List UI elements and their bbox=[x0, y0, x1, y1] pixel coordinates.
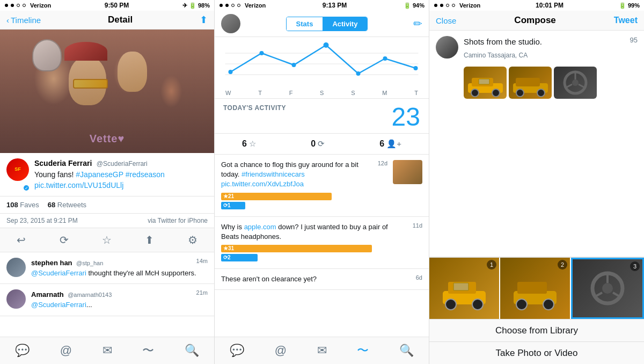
metric-faves: 6 ☆ bbox=[242, 139, 256, 149]
signal-dot bbox=[452, 4, 455, 7]
day-m: M bbox=[382, 90, 387, 96]
tab-activity[interactable]: Activity bbox=[323, 17, 367, 31]
reply-avatar bbox=[6, 289, 26, 309]
bottom-nav-1: 💬 @ ✉ 〜 🔍 bbox=[0, 337, 214, 364]
take-photo-label: Take Photo or Video bbox=[496, 348, 578, 359]
compose-area: Shots from the studio. Camino Tassajara,… bbox=[429, 31, 644, 257]
compose-title: Compose bbox=[514, 15, 555, 26]
back-button[interactable]: ‹ Timeline bbox=[6, 16, 41, 25]
feed-link[interactable]: pic.twitter.com/XdvLzbfJoa bbox=[221, 180, 304, 188]
reply-item: Amarnath @amarnath0143 21m @ScuderiaFerr… bbox=[0, 284, 214, 316]
status-battery-2: 🔋 94% bbox=[404, 2, 425, 9]
nav-search-icon[interactable]: 🔍 bbox=[185, 344, 199, 358]
gallery-item-1[interactable]: 1 bbox=[429, 258, 499, 319]
mention[interactable]: @ScuderiaFerrari bbox=[31, 301, 86, 309]
status-bar-1: Verizon 9:50 PM ✈ 🔋 98% bbox=[0, 0, 214, 11]
nav-activity-icon[interactable]: 〜 bbox=[357, 343, 369, 359]
svg-point-8 bbox=[383, 56, 387, 61]
share-icon[interactable]: ⬆ bbox=[200, 14, 208, 26]
status-battery-1: ✈ 🔋 98% bbox=[182, 2, 210, 9]
gallery-item-2[interactable]: 2 bbox=[500, 258, 570, 319]
reply-button[interactable]: ↩ bbox=[17, 234, 26, 246]
compose-location: Camino Tassajara, CA bbox=[464, 52, 542, 59]
day-w: W bbox=[225, 90, 231, 96]
stats-activity-tabs: Stats Activity bbox=[286, 17, 368, 31]
svg-point-5 bbox=[292, 63, 296, 67]
status-battery-3: 🔋 99% bbox=[619, 2, 640, 9]
reply-handle: @amarnath0143 bbox=[68, 292, 112, 298]
svg-rect-16 bbox=[516, 78, 540, 86]
reply-username: Amarnath bbox=[31, 290, 64, 299]
reply-time: 21m bbox=[196, 289, 208, 296]
take-photo-button[interactable]: Take Photo or Video bbox=[429, 341, 644, 364]
status-bar-2: Verizon 9:13 PM 🔋 94% bbox=[215, 0, 429, 11]
status-time-3: 10:01 PM bbox=[536, 2, 564, 9]
tab-stats[interactable]: Stats bbox=[287, 17, 323, 31]
tweet-container: SF ✓ Scuderia Ferrari @ScuderiaFerrari Y… bbox=[0, 153, 214, 196]
compose-icon[interactable]: ✏ bbox=[413, 17, 422, 30]
retweets-count: 68 Retweets bbox=[48, 201, 86, 209]
back-label[interactable]: Timeline bbox=[11, 16, 41, 25]
gallery-item-3[interactable]: 3 bbox=[571, 258, 644, 319]
nav-messages-icon[interactable]: ✉ bbox=[317, 344, 327, 358]
nav-mentions-icon[interactable]: @ bbox=[60, 344, 72, 358]
svg-rect-28 bbox=[453, 283, 469, 290]
bar-row: ★21 ⟳1 bbox=[221, 193, 422, 209]
compose-tweet-text[interactable]: Shots from the studio. bbox=[464, 36, 542, 47]
photo-gallery: 1 2 bbox=[429, 257, 644, 319]
svg-point-31 bbox=[516, 299, 527, 310]
close-button[interactable]: Close bbox=[436, 16, 456, 25]
carrier-name-2: Verizon bbox=[245, 2, 266, 9]
svg-point-20 bbox=[572, 79, 579, 86]
activity-feed: Got a chance to flog this guy around for… bbox=[215, 155, 429, 337]
apple-link[interactable]: apple.com bbox=[244, 223, 276, 231]
media-thumb-3[interactable] bbox=[554, 67, 597, 99]
tweet-button[interactable]: Tweet bbox=[614, 16, 638, 25]
verified-badge: ✓ bbox=[23, 184, 30, 192]
nav-home-icon[interactable]: 💬 bbox=[15, 344, 30, 358]
svg-rect-14 bbox=[479, 79, 489, 84]
signal-dot bbox=[11, 4, 14, 7]
follows-val: 6 bbox=[379, 139, 384, 149]
bottom-nav-2: 💬 @ ✉ 〜 🔍 bbox=[215, 337, 429, 364]
nav-activity-icon[interactable]: 〜 bbox=[142, 343, 154, 359]
svg-point-6 bbox=[324, 42, 329, 48]
nav-home-icon[interactable]: 💬 bbox=[230, 344, 244, 358]
activity-metrics: 6 ☆ 0 ⟳ 6 👤+ bbox=[215, 134, 429, 155]
choose-library-button[interactable]: Choose from Library bbox=[429, 319, 644, 341]
tweet-link[interactable]: pic.twitter.com/LVU15dULlj bbox=[34, 181, 123, 190]
retweet-button[interactable]: ⟳ bbox=[60, 234, 69, 246]
status-carrier-2: Verizon bbox=[219, 2, 266, 9]
mention[interactable]: @ScuderiaFerrari bbox=[31, 269, 86, 277]
like-button[interactable]: ☆ bbox=[102, 234, 112, 246]
media-thumb-1[interactable] bbox=[464, 67, 507, 99]
hashtag[interactable]: #friendswithnicecars bbox=[241, 170, 305, 178]
feed-thumbnail bbox=[393, 160, 422, 184]
more-button[interactable]: ⚙ bbox=[188, 234, 197, 246]
tweet-body: Scuderia Ferrari @ScuderiaFerrari Young … bbox=[34, 158, 208, 191]
user-avatar[interactable] bbox=[221, 14, 240, 33]
battery-pct-1: 98% bbox=[198, 2, 210, 9]
share-action-button[interactable]: ⬆ bbox=[145, 234, 154, 246]
feed-item: Why is apple.com down? I just wanted to … bbox=[215, 217, 429, 269]
hashtag-japanese-gp[interactable]: #JapaneseGP bbox=[76, 170, 123, 179]
media-thumb-2[interactable] bbox=[509, 67, 552, 99]
status-carrier-1: Verizon bbox=[4, 2, 51, 9]
svg-point-4 bbox=[260, 51, 264, 55]
tweet-via: via Twitter for iPhone bbox=[148, 217, 208, 224]
avatar: SF bbox=[6, 158, 29, 181]
tweet-username: Scuderia Ferrari bbox=[34, 159, 92, 168]
hashtag-redseason[interactable]: #redseason bbox=[126, 170, 165, 179]
tweet-stats: 108 Faves 68 Retweets bbox=[0, 196, 214, 214]
reply-item: stephen han @stp_han 14m @ScuderiaFerrar… bbox=[0, 252, 214, 284]
svg-point-17 bbox=[516, 89, 524, 97]
bar-row: ★31 ⟳2 bbox=[221, 245, 422, 261]
today-count: 23 bbox=[392, 104, 420, 130]
nav-messages-icon[interactable]: ✉ bbox=[103, 344, 112, 358]
metric-retweets: 0 ⟳ bbox=[311, 139, 325, 149]
nav-search-icon[interactable]: 🔍 bbox=[399, 344, 414, 358]
reply-handle: @stp_han bbox=[76, 260, 103, 266]
status-time-1: 9:50 PM bbox=[105, 2, 129, 9]
feed-item: Got a chance to flog this guy around for… bbox=[215, 155, 429, 217]
nav-mentions-icon[interactable]: @ bbox=[275, 344, 287, 358]
